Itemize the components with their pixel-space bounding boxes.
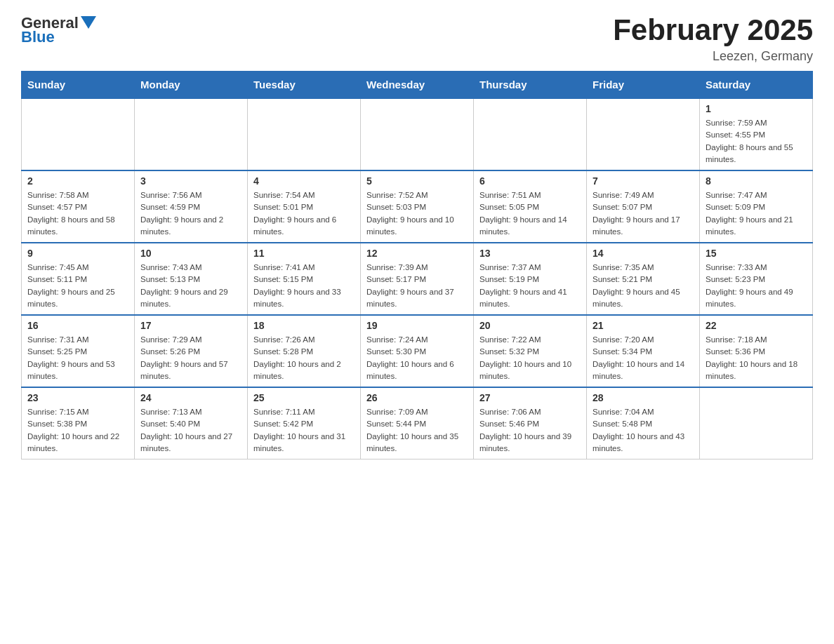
- day-info: Sunrise: 7:13 AM Sunset: 5:40 PM Dayligh…: [140, 406, 241, 455]
- day-number: 5: [366, 175, 468, 187]
- day-info: Sunrise: 7:22 AM Sunset: 5:32 PM Dayligh…: [479, 334, 581, 382]
- day-number: 19: [366, 320, 468, 331]
- day-number: 23: [27, 392, 128, 403]
- day-info: Sunrise: 7:20 AM Sunset: 5:34 PM Dayligh…: [593, 334, 694, 382]
- svg-marker-0: [81, 16, 96, 29]
- day-number: 17: [140, 320, 241, 331]
- calendar-cell: 2Sunrise: 7:58 AM Sunset: 4:57 PM Daylig…: [22, 170, 135, 243]
- calendar-cell: 7Sunrise: 7:49 AM Sunset: 5:07 PM Daylig…: [587, 170, 700, 243]
- day-number: 3: [140, 175, 241, 187]
- day-info: Sunrise: 7:35 AM Sunset: 5:21 PM Dayligh…: [593, 262, 694, 310]
- day-number: 27: [479, 392, 581, 403]
- day-number: 28: [593, 392, 694, 403]
- day-info: Sunrise: 7:26 AM Sunset: 5:28 PM Dayligh…: [253, 334, 355, 382]
- day-info: Sunrise: 7:52 AM Sunset: 5:03 PM Dayligh…: [366, 189, 468, 238]
- calendar-cell: 5Sunrise: 7:52 AM Sunset: 5:03 PM Daylig…: [361, 170, 474, 243]
- day-info: Sunrise: 7:31 AM Sunset: 5:25 PM Dayligh…: [27, 334, 128, 382]
- location: Leezen, Germany: [613, 49, 813, 64]
- calendar-cell: 10Sunrise: 7:43 AM Sunset: 5:13 PM Dayli…: [135, 243, 248, 315]
- day-number: 9: [27, 248, 128, 259]
- calendar-cell: 26Sunrise: 7:09 AM Sunset: 5:44 PM Dayli…: [361, 387, 474, 459]
- day-of-week-header: Saturday: [700, 72, 813, 99]
- day-number: 4: [253, 175, 355, 187]
- week-row: 16Sunrise: 7:31 AM Sunset: 5:25 PM Dayli…: [22, 315, 813, 387]
- calendar-cell: 25Sunrise: 7:11 AM Sunset: 5:42 PM Dayli…: [248, 387, 361, 459]
- day-number: 16: [27, 320, 128, 331]
- calendar-cell: 6Sunrise: 7:51 AM Sunset: 5:05 PM Daylig…: [474, 170, 587, 243]
- calendar-header-row: SundayMondayTuesdayWednesdayThursdayFrid…: [22, 72, 813, 99]
- logo: General Blue: [21, 14, 96, 46]
- day-number: 1: [706, 103, 807, 114]
- calendar-cell: 14Sunrise: 7:35 AM Sunset: 5:21 PM Dayli…: [587, 243, 700, 315]
- title-section: February 2025 Leezen, Germany: [613, 14, 813, 64]
- calendar-cell: [135, 98, 248, 170]
- day-of-week-header: Tuesday: [248, 72, 361, 99]
- day-info: Sunrise: 7:59 AM Sunset: 4:55 PM Dayligh…: [706, 117, 807, 166]
- calendar-cell: 17Sunrise: 7:29 AM Sunset: 5:26 PM Dayli…: [135, 315, 248, 387]
- week-row: 2Sunrise: 7:58 AM Sunset: 4:57 PM Daylig…: [22, 170, 813, 243]
- day-of-week-header: Thursday: [474, 72, 587, 99]
- page-header: General Blue February 2025 Leezen, Germa…: [21, 14, 813, 64]
- day-number: 2: [27, 175, 128, 187]
- week-row: 23Sunrise: 7:15 AM Sunset: 5:38 PM Dayli…: [22, 387, 813, 459]
- calendar-cell: 1Sunrise: 7:59 AM Sunset: 4:55 PM Daylig…: [700, 98, 813, 170]
- calendar-cell: 13Sunrise: 7:37 AM Sunset: 5:19 PM Dayli…: [474, 243, 587, 315]
- week-row: 1Sunrise: 7:59 AM Sunset: 4:55 PM Daylig…: [22, 98, 813, 170]
- day-info: Sunrise: 7:09 AM Sunset: 5:44 PM Dayligh…: [366, 406, 468, 455]
- calendar-cell: [474, 98, 587, 170]
- day-number: 8: [706, 175, 807, 187]
- calendar-cell: [22, 98, 135, 170]
- calendar-cell: [700, 387, 813, 459]
- day-of-week-header: Wednesday: [361, 72, 474, 99]
- calendar-cell: 21Sunrise: 7:20 AM Sunset: 5:34 PM Dayli…: [587, 315, 700, 387]
- calendar-cell: 11Sunrise: 7:41 AM Sunset: 5:15 PM Dayli…: [248, 243, 361, 315]
- calendar-cell: 12Sunrise: 7:39 AM Sunset: 5:17 PM Dayli…: [361, 243, 474, 315]
- day-of-week-header: Sunday: [22, 72, 135, 99]
- day-info: Sunrise: 7:49 AM Sunset: 5:07 PM Dayligh…: [593, 189, 694, 238]
- day-number: 21: [593, 320, 694, 331]
- calendar-cell: 8Sunrise: 7:47 AM Sunset: 5:09 PM Daylig…: [700, 170, 813, 243]
- day-info: Sunrise: 7:54 AM Sunset: 5:01 PM Dayligh…: [253, 189, 355, 238]
- day-number: 15: [706, 248, 807, 259]
- calendar-cell: 22Sunrise: 7:18 AM Sunset: 5:36 PM Dayli…: [700, 315, 813, 387]
- calendar-cell: 3Sunrise: 7:56 AM Sunset: 4:59 PM Daylig…: [135, 170, 248, 243]
- day-info: Sunrise: 7:11 AM Sunset: 5:42 PM Dayligh…: [253, 406, 355, 455]
- day-info: Sunrise: 7:39 AM Sunset: 5:17 PM Dayligh…: [366, 262, 468, 310]
- day-info: Sunrise: 7:04 AM Sunset: 5:48 PM Dayligh…: [593, 406, 694, 455]
- calendar-cell: 9Sunrise: 7:45 AM Sunset: 5:11 PM Daylig…: [22, 243, 135, 315]
- calendar-table: SundayMondayTuesdayWednesdayThursdayFrid…: [21, 71, 813, 459]
- calendar-cell: 20Sunrise: 7:22 AM Sunset: 5:32 PM Dayli…: [474, 315, 587, 387]
- calendar-cell: 16Sunrise: 7:31 AM Sunset: 5:25 PM Dayli…: [22, 315, 135, 387]
- day-number: 25: [253, 392, 355, 403]
- logo-triangle-icon: [81, 16, 96, 32]
- day-info: Sunrise: 7:06 AM Sunset: 5:46 PM Dayligh…: [479, 406, 581, 455]
- day-of-week-header: Monday: [135, 72, 248, 99]
- calendar-cell: 18Sunrise: 7:26 AM Sunset: 5:28 PM Dayli…: [248, 315, 361, 387]
- calendar-cell: 19Sunrise: 7:24 AM Sunset: 5:30 PM Dayli…: [361, 315, 474, 387]
- calendar-cell: 28Sunrise: 7:04 AM Sunset: 5:48 PM Dayli…: [587, 387, 700, 459]
- day-info: Sunrise: 7:43 AM Sunset: 5:13 PM Dayligh…: [140, 262, 241, 310]
- day-number: 14: [593, 248, 694, 259]
- calendar-cell: 27Sunrise: 7:06 AM Sunset: 5:46 PM Dayli…: [474, 387, 587, 459]
- calendar-cell: [361, 98, 474, 170]
- day-number: 24: [140, 392, 241, 403]
- day-number: 26: [366, 392, 468, 403]
- day-number: 13: [479, 248, 581, 259]
- day-number: 7: [593, 175, 694, 187]
- day-number: 20: [479, 320, 581, 331]
- calendar-cell: [248, 98, 361, 170]
- day-number: 18: [253, 320, 355, 331]
- day-number: 10: [140, 248, 241, 259]
- day-info: Sunrise: 7:24 AM Sunset: 5:30 PM Dayligh…: [366, 334, 468, 382]
- day-info: Sunrise: 7:33 AM Sunset: 5:23 PM Dayligh…: [706, 262, 807, 310]
- logo-blue-text: Blue: [21, 28, 55, 46]
- week-row: 9Sunrise: 7:45 AM Sunset: 5:11 PM Daylig…: [22, 243, 813, 315]
- day-info: Sunrise: 7:45 AM Sunset: 5:11 PM Dayligh…: [27, 262, 128, 310]
- day-info: Sunrise: 7:37 AM Sunset: 5:19 PM Dayligh…: [479, 262, 581, 310]
- day-info: Sunrise: 7:56 AM Sunset: 4:59 PM Dayligh…: [140, 189, 241, 238]
- day-number: 11: [253, 248, 355, 259]
- day-number: 22: [706, 320, 807, 331]
- day-info: Sunrise: 7:41 AM Sunset: 5:15 PM Dayligh…: [253, 262, 355, 310]
- calendar-cell: 4Sunrise: 7:54 AM Sunset: 5:01 PM Daylig…: [248, 170, 361, 243]
- day-of-week-header: Friday: [587, 72, 700, 99]
